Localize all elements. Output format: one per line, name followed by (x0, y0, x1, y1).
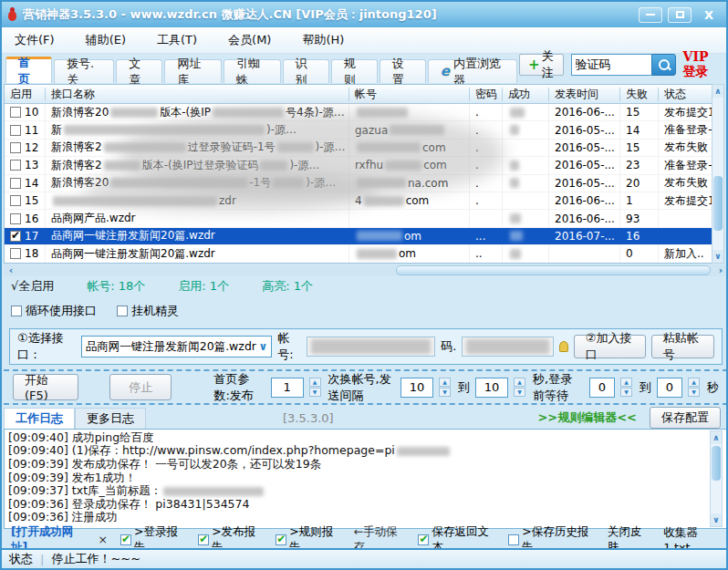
scroll-down-icon[interactable]: ∨ (712, 250, 723, 263)
table-row[interactable]: 11 新)-源… gazua . 2016-05-... 14 准备登录→ (5, 121, 714, 139)
tab-builtin-browser[interactable]: e 内置浏览器 (428, 59, 517, 83)
publish-count-stepper[interactable]: ▲▼ (309, 378, 321, 397)
table-row-selected[interactable]: 17 品商网一键注册发新闻20篇.wzdr om ... 2016-07-...… (5, 228, 714, 245)
start-button[interactable]: 开始(F5) (13, 374, 78, 400)
spinner-up-icon[interactable]: ▲ (688, 378, 700, 387)
row-checkbox[interactable] (10, 195, 21, 206)
col-password[interactable]: 密码 (470, 88, 503, 101)
row-checkbox[interactable] (10, 142, 21, 153)
publish-count-input[interactable] (271, 378, 304, 398)
spinner-down-icon[interactable]: ▼ (439, 388, 451, 397)
scroll-up-icon[interactable]: ∧ (712, 85, 723, 98)
log-line: [09:09:40] 成功ping给百度 (8, 431, 727, 445)
search-button[interactable] (651, 54, 676, 76)
table-row[interactable]: 14 新浪博客20-1号)-源… na.com . 2016-05-... 20… (5, 175, 714, 192)
table-row[interactable]: 12 新浪博客2过登录验证码-1号)-源… com . 2016-05-... … (5, 140, 714, 157)
wait-to-stepper[interactable]: ▲▼ (688, 378, 700, 397)
scroll-thumb[interactable] (396, 265, 711, 275)
table-row[interactable]: 13 新浪博客2版本-(换IP过登录验证码)-源… rxfhucom . 201… (5, 157, 714, 174)
save-config-button[interactable]: 保存配置 (650, 407, 721, 429)
menu-member[interactable]: 会员(M) (228, 32, 271, 48)
tab-settings[interactable]: 设置 (380, 59, 426, 83)
col-account[interactable]: 帐号 (349, 88, 470, 101)
scroll-thumb[interactable] (712, 446, 721, 481)
fail-cell: 15 (620, 104, 659, 120)
menu-assist[interactable]: 辅助(E) (86, 32, 126, 48)
tab-dial[interactable]: 拨号.关 (54, 59, 114, 83)
row-checkbox[interactable] (10, 231, 21, 242)
wait-to-input[interactable] (657, 378, 682, 398)
spinner-up-icon[interactable]: ▲ (439, 378, 451, 387)
menu-help[interactable]: 帮助(H) (302, 32, 344, 48)
row-checkbox[interactable] (10, 107, 21, 118)
minimize-button[interactable] (639, 7, 662, 23)
col-name[interactable]: 接口名称 (46, 88, 349, 101)
vip-login-link[interactable]: VIP登录 (683, 49, 723, 80)
spinner-down-icon[interactable]: ▼ (514, 388, 525, 397)
spinner-down-icon[interactable]: ▼ (309, 388, 321, 397)
spinner-up-icon[interactable]: ▲ (309, 378, 321, 387)
wait-from-stepper[interactable]: ▲▼ (620, 378, 632, 397)
table-row[interactable]: 16 品商网产品.wzdr 2016-06-... 93 (5, 210, 714, 227)
interval-to-input[interactable] (475, 378, 508, 398)
row-checkbox[interactable] (10, 125, 21, 136)
hangup-genie-checkbox[interactable]: 挂机精灵 (117, 303, 179, 319)
table-row[interactable]: 10 新浪博客20版本-(换IP号4条)-源… . 2016-06-... 15… (5, 104, 714, 121)
log-vertical-scrollbar[interactable]: ∧ ∨ (710, 430, 723, 527)
tab-home[interactable]: 首页 (5, 57, 52, 83)
stop-button[interactable]: 停止 (109, 374, 172, 400)
select-all-toggle[interactable]: √全启用 (11, 278, 54, 295)
scroll-thumb[interactable] (713, 176, 723, 231)
spinner-down-icon[interactable]: ▼ (620, 388, 632, 397)
scroll-right-icon[interactable]: › (713, 264, 728, 276)
tab-recognize[interactable]: 识别 (283, 59, 329, 83)
account-input[interactable] (307, 337, 436, 357)
checkbox-icon (508, 534, 519, 545)
spinner-down-icon[interactable]: ▼ (688, 388, 700, 397)
close-button[interactable]: X (697, 7, 721, 23)
rule-editor-link[interactable]: >>规则编辑器<< (537, 409, 637, 426)
menu-tools[interactable]: 工具(T) (157, 32, 197, 48)
tab-work-log[interactable]: 工作日志 (4, 408, 75, 429)
maximize-button[interactable] (668, 7, 692, 23)
success-cell (503, 121, 549, 138)
col-enable[interactable]: 启用 (5, 88, 46, 101)
tab-article[interactable]: 文章 (116, 59, 162, 83)
add-interface-button[interactable]: ②加入接口 (574, 335, 646, 358)
password-input[interactable] (462, 337, 553, 357)
wait-from-input[interactable] (589, 378, 615, 398)
row-checkbox[interactable] (10, 213, 21, 224)
account-cell: rxfhucom (349, 157, 470, 173)
interval-to-stepper[interactable]: ▲▼ (514, 378, 525, 397)
search-input[interactable] (571, 54, 651, 76)
col-date[interactable]: 发表时间 (549, 88, 620, 101)
follow-button[interactable]: + 关注 (519, 54, 564, 76)
col-fail[interactable]: 失败 (620, 88, 659, 101)
table-row[interactable]: 18 品商网一键注册发新闻20篇.wzdr om .. 0 新加入.. (5, 245, 714, 263)
col-status[interactable]: 状态 (659, 88, 714, 101)
interface-dropdown[interactable]: 品商网一键注册发新闻20篇.wzdr ∨ (81, 336, 273, 358)
work-log-area[interactable]: [09:09:40] 成功ping给百度 [09:09:40] (1)保存：ht… (4, 429, 728, 529)
table-vertical-scrollbar[interactable]: ∧ ∨ (712, 84, 724, 264)
row-checkbox[interactable] (10, 248, 21, 259)
loop-interface-checkbox[interactable]: 循环使用接口 (11, 303, 97, 319)
scroll-up-icon[interactable]: ∧ (711, 431, 722, 444)
interval-from-input[interactable] (400, 378, 433, 398)
tab-more-log[interactable]: 更多日志 (75, 408, 146, 429)
tab-rules[interactable]: 规则 (331, 59, 378, 83)
tab-spider[interactable]: 引蜘蛛 (224, 59, 281, 83)
tab-urllib[interactable]: 网址库 (164, 59, 222, 83)
table-row[interactable]: 15 zdr 4com . 2016-06-... 1 发布提交1步 (5, 192, 714, 210)
scroll-left-icon[interactable]: ‹ (4, 264, 18, 276)
menu-file[interactable]: 文件(F) (15, 32, 55, 48)
spinner-up-icon[interactable]: ▲ (620, 378, 632, 387)
close-icon[interactable]: × (98, 533, 107, 546)
interval-from-stepper[interactable]: ▲▼ (439, 378, 451, 397)
col-success[interactable]: 成功 (503, 88, 549, 101)
table-horizontal-scrollbar[interactable]: ‹ › (4, 264, 728, 276)
paste-account-button[interactable]: 粘贴帐号 (651, 335, 714, 358)
date-cell (549, 245, 620, 262)
row-checkbox[interactable] (10, 178, 21, 189)
spinner-up-icon[interactable]: ▲ (514, 378, 525, 387)
row-checkbox[interactable] (10, 160, 21, 171)
